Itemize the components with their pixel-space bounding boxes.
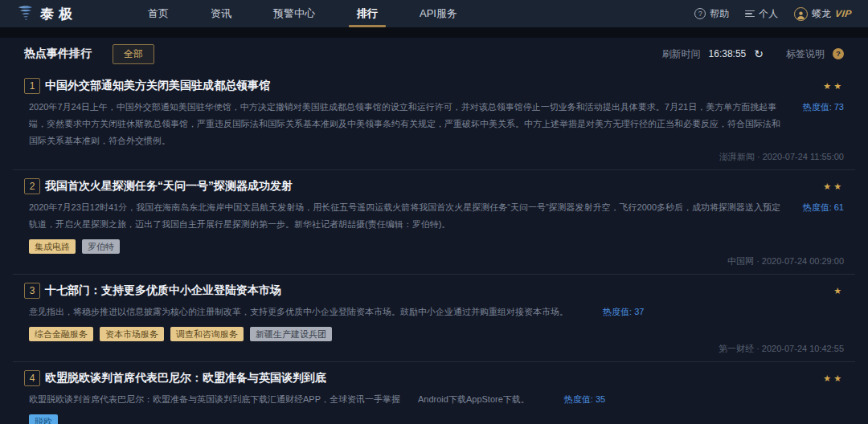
tag-chip[interactable]: 综合金融服务: [29, 327, 93, 341]
tag-chip[interactable]: 资本市场服务: [100, 327, 164, 341]
personal-label: 个人: [759, 7, 778, 21]
event-description: 意见指出，将稳步推进以信息披露为核心的注册制改革，支持更多优质中小企业登陆资本市…: [29, 304, 844, 320]
list-item: 4 欧盟脱欧谈判首席代表巴尼尔：欧盟准备与英国谈判到底 ★★ 欧盟脱欧谈判首席代…: [13, 362, 855, 424]
rank-badge: 1: [24, 78, 40, 94]
tag-chip[interactable]: 罗伯特: [82, 239, 120, 254]
page-title: 热点事件排行: [24, 47, 92, 61]
list-icon: [745, 10, 755, 18]
filter-all-button[interactable]: 全部: [113, 44, 154, 64]
tag-help-label: 标签说明: [786, 47, 825, 61]
ranking-toolbar: 热点事件排行 全部 刷新时间 16:38:55 ↻ 标签说明 ?: [0, 38, 868, 70]
tag-chip[interactable]: 集成电路: [29, 239, 76, 254]
source-and-time: 第一财经 · 2020-07-24 10:42:55: [24, 343, 844, 355]
event-title-link[interactable]: 中国外交部通知美方关闭美国驻成都总领事馆: [45, 79, 270, 93]
importance-stars: ★★: [823, 81, 844, 92]
refresh-time-label: 刷新时间: [662, 47, 701, 61]
event-description: 2020年7月23日12时41分，我国在海南岛东北海岸中国文昌航天发射场，用长征…: [29, 199, 844, 233]
help-icon: ?: [694, 8, 706, 19]
tag-row: 综合金融服务 资本市场服务 调查和咨询服务 新疆生产建设兵团: [29, 327, 844, 341]
nav-item-home[interactable]: 首页: [127, 0, 190, 27]
list-item: 3 十七部门：支持更多优质中小企业登陆资本市场 ★ 意见指出，将稳步推进以信息披…: [13, 275, 855, 362]
event-title-link[interactable]: 欧盟脱欧谈判首席代表巴尼尔：欧盟准备与英国谈判到底: [45, 371, 326, 385]
user-account[interactable]: 蝼龙 VIP: [794, 7, 852, 21]
nav-item-ranking[interactable]: 排行: [336, 0, 399, 27]
tornado-logo-icon: [16, 5, 34, 22]
source-and-time: 澎湃新闻 · 2020-07-24 11:55:00: [24, 151, 844, 163]
heat-value: 热度值: 37: [603, 307, 644, 316]
nav-item-warning-center[interactable]: 预警中心: [252, 0, 336, 27]
heat-value: 热度值: 61: [803, 199, 844, 216]
main-nav: 首页 资讯 预警中心 排行 API服务: [127, 0, 478, 27]
logo-text: 泰极: [40, 5, 77, 23]
source-and-time: 中国网 · 2020-07-24 00:29:00: [24, 255, 844, 267]
event-description: 2020年7月24日上午，中国外交部通知美国驻华使馆，中方决定撤销对美国驻成都总…: [29, 99, 844, 149]
refresh-time-value: 16:38:55: [709, 48, 747, 59]
importance-stars: ★★: [823, 373, 844, 384]
top-navigation-bar: 泰极 首页 资讯 预警中心 排行 API服务 ? 帮助 个人 蝼龙 VIP: [0, 0, 868, 27]
personal-button[interactable]: 个人: [745, 7, 778, 21]
importance-stars: ★★: [823, 181, 844, 192]
event-title-link[interactable]: 十七部门：支持更多优质中小企业登陆资本市场: [45, 283, 281, 298]
vip-badge: VIP: [834, 8, 853, 19]
nav-right-cluster: ? 帮助 个人 蝼龙 VIP: [694, 7, 852, 21]
tag-help-icon[interactable]: ?: [833, 48, 844, 59]
help-button[interactable]: ? 帮助: [694, 7, 729, 21]
tag-row: 脱欧: [29, 414, 844, 424]
rank-badge: 3: [24, 283, 40, 299]
tag-chip[interactable]: 新疆生产建设兵团: [250, 327, 332, 341]
nav-item-news[interactable]: 资讯: [190, 0, 252, 27]
toolbar-right: 刷新时间 16:38:55 ↻ 标签说明 ?: [662, 47, 844, 61]
tag-chip[interactable]: 调查和咨询服务: [170, 327, 244, 341]
heat-value: 热度值: 35: [564, 394, 605, 404]
nav-item-api-service[interactable]: API服务: [399, 0, 478, 27]
avatar-icon: [794, 7, 808, 21]
help-label: 帮助: [710, 7, 729, 21]
logo[interactable]: 泰极: [16, 5, 77, 23]
rank-badge: 2: [24, 178, 40, 194]
refresh-icon[interactable]: ↻: [754, 48, 764, 59]
event-description: 欧盟脱欧谈判首席代表巴尼尔：欧盟准备与英国谈判到底下载汇通财经APP，全球资讯一…: [29, 391, 844, 408]
tag-chip[interactable]: 脱欧: [29, 414, 58, 424]
list-item: 1 中国外交部通知美方关闭美国驻成都总领事馆 ★★ 2020年7月24日上午，中…: [13, 70, 855, 170]
rank-badge: 4: [24, 370, 40, 386]
username: 蝼龙: [812, 7, 831, 21]
heat-value: 热度值: 73: [803, 99, 844, 116]
header-gap: [0, 27, 868, 38]
importance-stars: ★: [833, 286, 844, 296]
event-title-link[interactable]: 我国首次火星探测任务“天问一号”探测器成功发射: [45, 179, 293, 194]
tag-row: 集成电路 罗伯特: [29, 239, 844, 254]
hot-events-list: 1 中国外交部通知美方关闭美国驻成都总领事馆 ★★ 2020年7月24日上午，中…: [0, 70, 868, 424]
list-item: 2 我国首次火星探测任务“天问一号”探测器成功发射 ★★ 2020年7月23日1…: [13, 170, 855, 275]
